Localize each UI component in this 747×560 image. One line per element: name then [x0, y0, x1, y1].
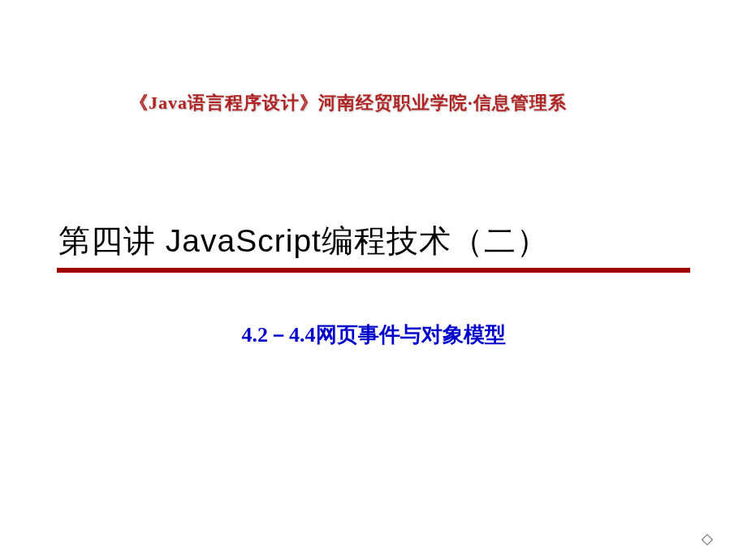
- slide-subtitle: 4.2－4.4网页事件与对象模型: [0, 321, 747, 349]
- slide-title: 第四讲 JavaScript编程技术（二）: [58, 219, 689, 263]
- course-header: 《Java语言程序设计》河南经贸职业学院·信息管理系: [130, 91, 567, 115]
- footer-decoration-icon: [702, 534, 713, 545]
- title-underline: [57, 268, 690, 273]
